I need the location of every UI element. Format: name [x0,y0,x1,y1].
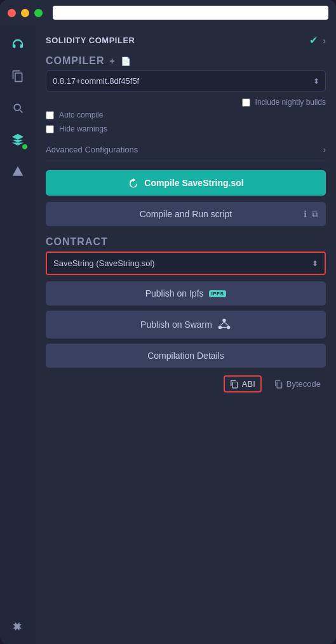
compiler-version-wrapper: 0.8.17+commit.8df45f5f ⬍ [46,70,326,91]
script-icons-area: ℹ ⧉ [304,209,318,220]
main-window: SOLIDITY COMPILER ✔ › COMPILER + 📄 0.8.1… [0,0,336,644]
abi-label: ABI [242,379,255,389]
titlebar [0,0,336,25]
abi-bytecode-row: ABI Bytecode [46,375,326,392]
add-file-icon[interactable]: + [109,56,115,66]
close-button[interactable] [8,9,16,17]
advanced-arrow-icon: › [323,145,326,154]
svg-marker-0 [13,166,24,176]
sidebar-icon-copy[interactable] [6,65,29,88]
compilation-details-label: Compilation Details [147,351,224,361]
compile-main-label: Compile SaveString.sol [144,178,243,188]
check-icon: ✔ [309,34,318,46]
info-icon[interactable]: ℹ [304,209,307,220]
address-bar[interactable] [53,6,328,20]
forward-arrow-icon[interactable]: › [323,36,326,46]
auto-compile-checkbox[interactable] [46,111,54,119]
bytecode-label: Bytecode [286,379,321,389]
compilation-details-button[interactable]: Compilation Details [46,344,326,368]
contract-section: CONTRACT SaveString (SaveString.sol) ⬍ [46,236,326,275]
compiler-version-select[interactable]: 0.8.17+commit.8df45f5f [46,70,326,91]
nightly-builds-label: Include nightly builds [255,98,326,107]
contract-section-label: CONTRACT [46,236,326,248]
swarm-icon [217,318,231,332]
contract-select-wrapper: SaveString (SaveString.sol) ⬍ [46,252,326,275]
plugin-header-icons: ✔ › [309,34,326,46]
svg-line-5 [224,322,229,326]
sidebar-icon-headphones[interactable] [6,33,29,56]
main-area: SOLIDITY COMPILER ✔ › COMPILER + 📄 0.8.1… [0,25,336,644]
plugin-header: SOLIDITY COMPILER ✔ › [46,34,326,46]
auto-compile-label: Auto compile [59,111,103,119]
content-area: SOLIDITY COMPILER ✔ › COMPILER + 📄 0.8.1… [36,25,336,644]
publish-swarm-button[interactable]: Publish on Swarm [46,311,326,339]
sidebar-icon-deploy[interactable] [6,160,29,183]
bytecode-button[interactable]: Bytecode [272,377,323,391]
hide-warnings-label: Hide warnings [59,124,107,133]
auto-compile-row: Auto compile [46,111,326,119]
publish-ipfs-label: Publish on Ipfs [145,288,204,299]
maximize-button[interactable] [34,9,43,17]
sidebar-icon-plugin[interactable] [6,621,29,644]
plugin-title: SOLIDITY COMPILER [46,36,135,45]
copy-script-icon[interactable]: ⧉ [312,209,318,220]
abi-button[interactable]: ABI [224,375,262,392]
sidebar-icon-compiler[interactable] [6,128,29,151]
publish-ipfs-button[interactable]: Publish on Ipfs IPFS [46,281,326,305]
sidebar [0,25,36,644]
svg-line-4 [220,322,224,326]
minimize-button[interactable] [21,9,29,17]
compile-script-label: Compile and Run script [140,209,232,219]
ipfs-badge: IPFS [209,290,227,297]
advanced-configurations[interactable]: Advanced Configurations › [46,138,326,161]
compiler-section-label: COMPILER + 📄 [46,55,326,67]
abi-copy-icon [230,380,239,389]
publish-swarm-label: Publish on Swarm [140,319,212,330]
svg-point-2 [218,326,222,330]
svg-point-1 [222,319,226,323]
compile-script-button[interactable]: Compile and Run script ℹ ⧉ [46,202,326,226]
hide-warnings-row: Hide warnings [46,124,326,133]
hide-warnings-checkbox[interactable] [46,125,54,133]
compile-refresh-icon [128,177,139,189]
contract-select[interactable]: SaveString (SaveString.sol) [47,253,325,274]
nightly-builds-checkbox[interactable] [242,98,250,107]
sidebar-icon-search[interactable] [6,97,29,119]
advanced-label: Advanced Configurations [46,145,138,154]
file-icon[interactable]: 📄 [121,57,131,66]
svg-point-3 [227,326,231,330]
nightly-builds-row: Include nightly builds [46,98,326,107]
bytecode-copy-icon [274,380,283,389]
compiler-active-badge [22,144,28,150]
compile-main-button[interactable]: Compile SaveString.sol [46,170,326,196]
